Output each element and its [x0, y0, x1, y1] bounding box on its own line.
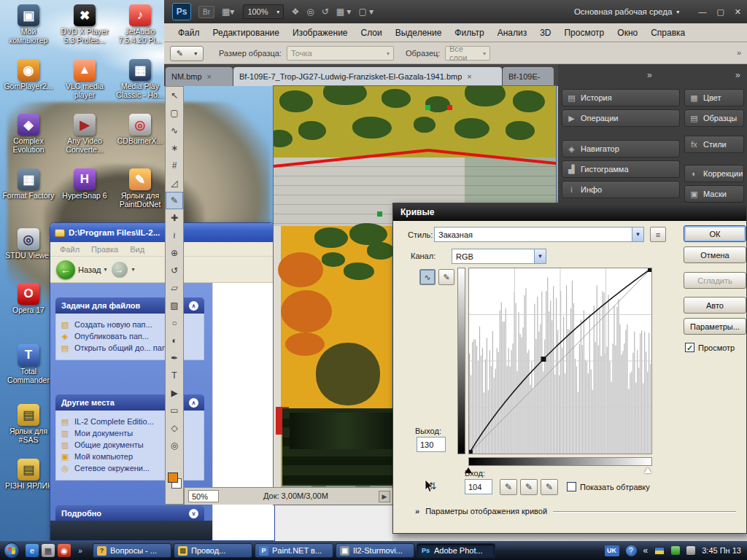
- ok-button[interactable]: ОК: [684, 225, 746, 242]
- tool-button[interactable]: ∗: [166, 139, 183, 157]
- panel-actions[interactable]: ▶Операции: [562, 109, 680, 127]
- close-tab-icon[interactable]: ×: [207, 72, 212, 81]
- forward-button[interactable]: →: [112, 262, 128, 278]
- start-button[interactable]: [4, 542, 20, 559]
- tray-icon[interactable]: [671, 546, 680, 555]
- collapse-panels-chevron-icon[interactable]: »: [647, 70, 652, 80]
- desktop-icon[interactable]: ✖DVD X Player 5.3 Profes...: [58, 4, 112, 57]
- tool-button[interactable]: ○: [166, 314, 183, 332]
- tool-button[interactable]: ≀: [166, 227, 183, 244]
- taskbar-button[interactable]: PPaint.NET в...: [255, 543, 333, 558]
- zoom-tool-icon[interactable]: ◎: [306, 7, 314, 17]
- menu-item[interactable]: Справка: [644, 25, 692, 41]
- desktop-icon[interactable]: TTotal Commander: [1, 344, 55, 397]
- tool-preset-picker[interactable]: ✎▾: [170, 46, 204, 61]
- explorer-titlebar[interactable]: D:\Program Files\IL-2...: [50, 223, 274, 242]
- menu-item[interactable]: Просмотр: [557, 25, 611, 41]
- view-extras-icon[interactable]: ▦▾: [222, 7, 234, 17]
- flag-tray-icon[interactable]: [654, 547, 665, 555]
- auto-button[interactable]: Авто: [684, 297, 746, 314]
- taskbar-button[interactable]: ▣Il2-Sturmovi...: [336, 543, 414, 558]
- tool-button[interactable]: ▭: [166, 402, 183, 419]
- input-value-field[interactable]: 104: [465, 479, 492, 494]
- document-tab-active[interactable]: Bf-109E-7_Trop-JG27-Ludwig-Franzisket-El…: [233, 67, 502, 86]
- black-point-eyedropper[interactable]: ✎: [500, 479, 517, 495]
- panel-navigator[interactable]: ◈Навигатор: [562, 140, 680, 158]
- desktop-icon[interactable]: ▤Ярлык для #SAS: [1, 404, 55, 456]
- bridge-launcher-icon[interactable]: Br: [198, 6, 214, 18]
- desktop-icon[interactable]: ▤РІЗНІ ЯРЛИК: [1, 459, 55, 511]
- rotate-view-icon[interactable]: ↺: [322, 7, 329, 17]
- tool-button[interactable]: #: [166, 157, 183, 174]
- desktop-icon[interactable]: ◎CDBurnerX...: [113, 114, 167, 166]
- curve-display-options-label[interactable]: Параметры отображения кривой: [425, 507, 547, 516]
- tool-button[interactable]: ∿: [166, 122, 183, 139]
- quick-launch-icon[interactable]: ▦: [42, 544, 55, 557]
- tool-button[interactable]: ↖: [166, 87, 183, 104]
- explorer-menu-item[interactable]: Вид: [125, 244, 150, 255]
- document-tab[interactable]: Bf-109E-: [503, 67, 554, 86]
- tool-button[interactable]: ▢: [166, 104, 183, 122]
- panel-info[interactable]: iИнфо: [562, 181, 680, 198]
- desktop-icon[interactable]: ▶Any Video Converte...: [58, 114, 112, 166]
- panel-histogram[interactable]: ▟Гистограмма: [562, 160, 680, 178]
- quick-launch-icon[interactable]: e: [26, 544, 39, 557]
- close-tab-icon[interactable]: ×: [467, 72, 471, 81]
- curves-dialog-titlebar[interactable]: Кривые: [393, 203, 746, 221]
- desktop-icon[interactable]: ◎STDU Viewer: [1, 228, 55, 281]
- gray-point-eyedropper[interactable]: ✎: [520, 479, 538, 495]
- quick-launch-icon[interactable]: ◉: [58, 544, 71, 557]
- tool-button[interactable]: T: [166, 367, 183, 384]
- tray-icon[interactable]: [686, 546, 695, 555]
- close-button[interactable]: ✕: [735, 7, 741, 17]
- white-point-eyedropper[interactable]: ✎: [541, 479, 558, 495]
- foreground-color-swatch[interactable]: [168, 472, 178, 483]
- taskbar-button[interactable]: PsAdobe Phot...: [417, 543, 495, 558]
- photoshop-titlebar[interactable]: Ps Br ▦▾ 100%▾ ❖ ◎ ↺ ▦ ▾ ▢ ▾ Основная ра…: [164, 0, 747, 23]
- document-tab[interactable]: NM.bmp ×: [166, 67, 233, 86]
- panel-masks[interactable]: ▣Маски: [684, 185, 744, 203]
- sample-layers-dropdown[interactable]: Все слои▾: [445, 46, 490, 61]
- tray-overflow-chevron-icon[interactable]: «: [643, 545, 649, 556]
- back-button[interactable]: ← Назад ▾: [56, 260, 107, 279]
- panel-swatches[interactable]: ▤Образцы: [684, 109, 744, 127]
- hand-tool-icon[interactable]: ❖: [291, 7, 299, 17]
- cancel-button[interactable]: Отмена: [684, 246, 746, 263]
- desktop-icon[interactable]: ▲VLC media player: [58, 59, 112, 112]
- smooth-button[interactable]: Сгладить: [684, 272, 746, 289]
- menu-item[interactable]: Слои: [355, 25, 389, 41]
- expand-chevron-icon[interactable]: »: [415, 507, 419, 516]
- explorer-menu-item[interactable]: Файл: [55, 244, 85, 255]
- pencil-tool-button[interactable]: ✎: [438, 269, 454, 285]
- tool-button[interactable]: ▨: [166, 297, 183, 314]
- desktop-icon[interactable]: HHyperSnap 6: [58, 168, 112, 221]
- panel-color[interactable]: ▦Цвет: [684, 89, 744, 106]
- language-indicator[interactable]: UK: [605, 545, 619, 556]
- tool-button[interactable]: ✚: [166, 209, 183, 227]
- menu-item[interactable]: Редактирование: [206, 25, 286, 41]
- edit-points-tool-button[interactable]: ∿: [419, 269, 436, 285]
- tool-button[interactable]: ◎: [166, 437, 183, 454]
- restore-button[interactable]: ▢: [716, 7, 724, 17]
- preset-menu-button[interactable]: ≡: [650, 227, 666, 242]
- menu-item[interactable]: 3D: [533, 25, 557, 41]
- collapse-panels-chevron-icon[interactable]: »: [735, 70, 740, 80]
- tool-button[interactable]: ▶: [166, 384, 183, 402]
- minimize-button[interactable]: —: [698, 7, 706, 17]
- preview-checkbox[interactable]: ✓ Просмотр: [685, 343, 735, 352]
- workspace-switcher[interactable]: Основная рабочая среда ▾: [574, 7, 679, 16]
- tool-button[interactable]: ↺: [166, 262, 183, 279]
- zoom-percent-field[interactable]: 50%: [188, 490, 219, 502]
- taskbar-button[interactable]: ▤Провод...: [174, 543, 252, 558]
- panel-styles[interactable]: fxСтили: [684, 136, 744, 153]
- screen-mode-icon[interactable]: ▢ ▾: [358, 7, 374, 17]
- taskbar-button[interactable]: ?Вопросы - ...: [93, 543, 171, 558]
- tool-button[interactable]: ✎: [166, 192, 183, 209]
- desktop-icon[interactable]: ✎Ярлык для PaintDotNet: [113, 168, 167, 221]
- menu-item[interactable]: Файл: [171, 25, 206, 41]
- help-tray-icon[interactable]: ?: [626, 545, 637, 556]
- arrange-documents-icon[interactable]: ▦ ▾: [336, 7, 352, 17]
- menu-item[interactable]: Анализ: [491, 25, 534, 41]
- menu-item[interactable]: Фильтр: [448, 25, 490, 41]
- sample-size-dropdown[interactable]: Точка▾: [287, 46, 394, 61]
